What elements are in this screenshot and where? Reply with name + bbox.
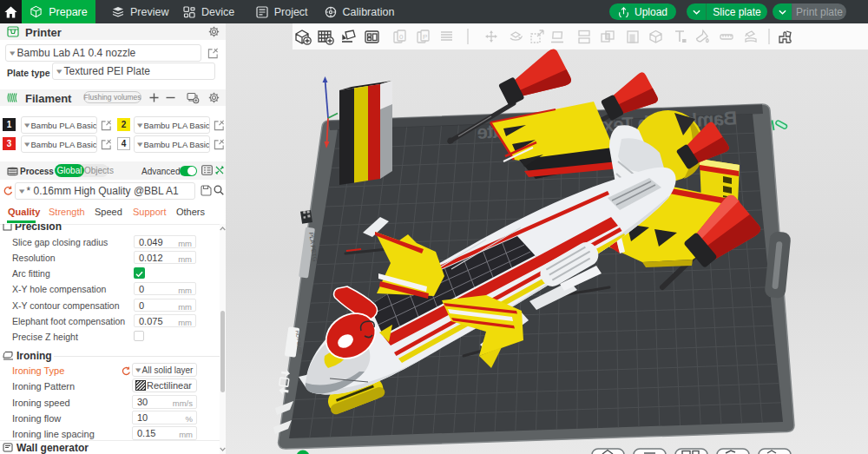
svg-text:P: P (423, 33, 427, 41)
svg-text:0: 0 (399, 33, 404, 41)
